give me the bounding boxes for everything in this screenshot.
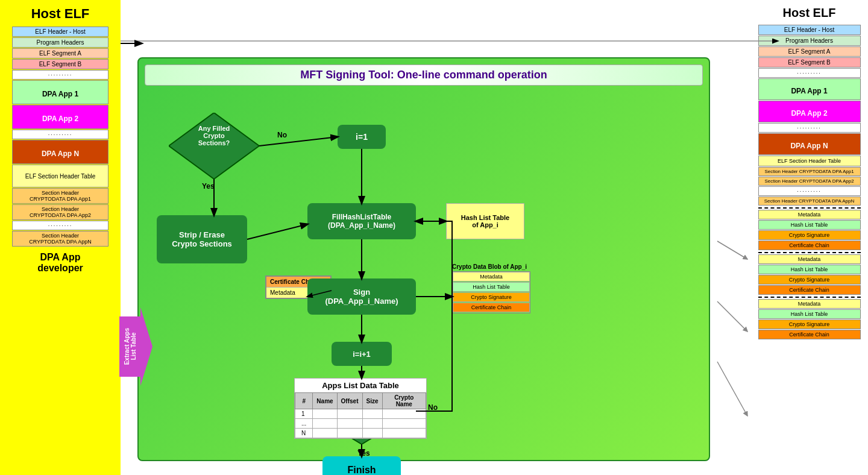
row3-size <box>362 429 382 438</box>
no-label-2: No <box>428 403 438 412</box>
right-section-crypton: Section Header CRYPTODATA DPA AppN <box>758 197 861 206</box>
i-incr-box: i=i+1 <box>332 342 392 366</box>
row3-offset <box>337 429 362 438</box>
right-cryptosig-1: Crypto Signature <box>758 230 861 240</box>
strip-erase-label: Strip / EraseCrypto Sections <box>172 230 232 248</box>
right-cryptosig-3: Crypto Signature <box>758 319 861 329</box>
col-crypto: Crypto Name <box>382 393 426 409</box>
left-section-crypto2: Section HeaderCRYPTODATA DPA App2 <box>12 204 108 220</box>
right-dpa1: DPA App 1 <box>758 78 861 100</box>
right-divider-3 <box>758 297 861 298</box>
left-section-header-table: ELF Section Header Table <box>12 165 108 187</box>
finish-box: Finish <box>322 456 401 475</box>
left-segment-a: ELF Segment A <box>12 48 108 58</box>
row3-num: N <box>295 429 313 438</box>
left-section-crypto1: Section HeaderCRYPTODATA DPA App1 <box>12 188 108 204</box>
extract-arrow: Extract AppsList Table <box>119 307 153 386</box>
right-metadata-3: Metadata <box>758 299 861 309</box>
hash-list-output-label: Hash List Tableof App_i <box>461 214 509 228</box>
col-num: # <box>295 393 313 409</box>
blob-to-right-arrows <box>711 211 753 464</box>
svg-line-3 <box>259 137 338 146</box>
right-host-elf-title: Host ELF <box>783 6 836 20</box>
col-name: Name <box>313 393 337 409</box>
top-horizontal-arrow <box>60 35 784 47</box>
right-metadata-2: Metadata <box>758 254 861 264</box>
yes-label-1: Yes <box>202 182 215 190</box>
right-metadata-1: Metadata <box>758 210 861 219</box>
table-row: 1 <box>295 409 426 419</box>
right-section-header-table: ELF Section Header Table <box>758 156 861 166</box>
left-dpan: DPA App N <box>12 140 108 164</box>
left-segment-b: ELF Segment B <box>12 59 108 69</box>
left-dots-2: ········· <box>12 130 108 139</box>
row1-num: 1 <box>295 409 313 419</box>
right-segment-b: ELF Segment B <box>758 57 861 68</box>
apps-list-table: # Name Offset Size Crypto Name 1 ... <box>295 392 426 438</box>
sign-box: Sign(DPA_App_i_Name) <box>307 278 416 315</box>
right-certchain-3: Certificate Chain <box>758 330 861 339</box>
right-dots-2: ········· <box>758 123 861 133</box>
right-divider-1 <box>758 207 861 209</box>
strip-erase-box: Strip / EraseCrypto Sections <box>157 215 247 263</box>
right-dots-3: ········· <box>758 186 861 196</box>
right-divider-2 <box>758 252 861 253</box>
right-certchain-2: Certificate Chain <box>758 285 861 295</box>
row1-crypto <box>382 409 426 419</box>
row2-name <box>313 419 337 429</box>
right-section-crypto1: Section Header CRYPTODATA DPA App1 <box>758 167 861 176</box>
right-elf-header-host: ELF Header - Host <box>758 25 861 35</box>
i-eq-1-box: i=1 <box>338 125 386 149</box>
crypto-cert-row: Certificate Chain <box>453 303 530 312</box>
col-offset: Offset <box>337 393 362 409</box>
crypto-hash-row: Hash List Table <box>453 282 530 292</box>
right-segment-a: ELF Segment A <box>758 46 861 57</box>
row1-name <box>313 409 337 419</box>
svg-line-17 <box>717 301 747 332</box>
left-panel: Host ELF ELF Header - Host Program Heade… <box>0 0 121 475</box>
svg-line-18 <box>717 362 747 416</box>
fill-hash-list-box: FillHashListTable(DPA_App_i_Name) <box>307 203 416 239</box>
row3-crypto <box>382 429 426 438</box>
svg-line-16 <box>717 241 747 259</box>
row2-offset <box>337 419 362 429</box>
right-panel: Host ELF ELF Header - Host Program Heade… <box>750 0 868 475</box>
crypto-blob-container: Crypto Data Blob of App_i Metadata Hash … <box>452 263 530 313</box>
diamond1-text: Any FilledCryptoSections? <box>181 125 247 146</box>
left-to-main-arrow <box>121 37 145 49</box>
apps-table-title: Apps List Data Table <box>295 379 426 392</box>
row1-size <box>362 409 382 419</box>
row2-size <box>362 419 382 429</box>
dpa-developer-label: DPA Appdeveloper <box>37 252 83 274</box>
crypto-metadata-row: Metadata <box>453 272 530 282</box>
no-label-1: No <box>277 131 287 139</box>
table-row: N <box>295 429 426 438</box>
crypto-blob-title: Crypto Data Blob of App_i <box>452 263 530 270</box>
row2-num: ... <box>295 419 313 429</box>
col-size: Size <box>362 393 382 409</box>
crypto-sig-row: Crypto Signature <box>453 292 530 302</box>
left-dpa2: DPA App 2 <box>12 105 108 129</box>
right-dpa2: DPA App 2 <box>758 101 861 122</box>
left-dots-1: ········· <box>12 70 108 80</box>
diamond-crypto-sections: Any FilledCryptoSections? <box>169 113 259 179</box>
left-dots-3: ········· <box>12 221 108 230</box>
extract-arrow-label: Extract AppsList Table <box>124 328 137 365</box>
row3-name <box>313 429 337 438</box>
right-cryptosig-2: Crypto Signature <box>758 275 861 285</box>
right-hashlist-2: Hash List Table <box>758 265 861 274</box>
row1-offset <box>337 409 362 419</box>
right-dpan: DPA App N <box>758 133 861 155</box>
apps-table-container: Apps List Data Table # Name Offset Size … <box>294 378 427 439</box>
main-title: MFT Signing Tool: One-line command opera… <box>145 64 703 86</box>
svg-line-6 <box>247 224 307 239</box>
left-dpa1: DPA App 1 <box>12 80 108 104</box>
left-host-elf-title: Host ELF <box>31 6 90 22</box>
row2-crypto <box>382 419 426 429</box>
main-panel: MFT Signing Tool: One-line command opera… <box>137 57 710 461</box>
table-row: ... <box>295 419 426 429</box>
hash-list-output-box: Hash List Tableof App_i <box>446 203 524 239</box>
right-section-crypto2: Section Header CRYPTODATA DPA App2 <box>758 177 861 186</box>
right-certchain-1: Certificate Chain <box>758 241 861 250</box>
right-dots-1: ········· <box>758 68 861 78</box>
